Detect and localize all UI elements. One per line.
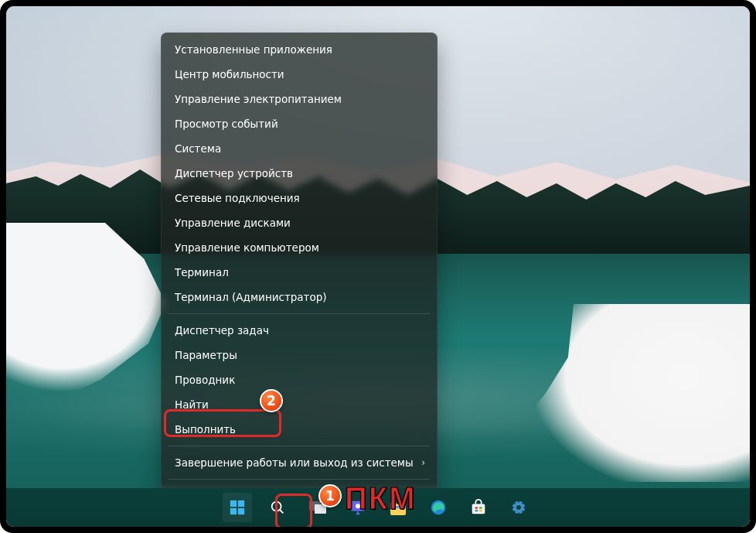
gear-icon: [510, 499, 527, 516]
menu-item-disk-management[interactable]: Управление дисками: [164, 210, 434, 235]
edge-icon: [430, 499, 447, 516]
menu-separator: [169, 446, 430, 446]
svg-line-5: [280, 510, 283, 513]
screenshot-frame: Установленные приложения Центр мобильнос…: [0, 0, 756, 533]
menu-item-run[interactable]: Выполнить: [164, 417, 434, 442]
menu-item-settings[interactable]: Параметры: [164, 343, 434, 367]
svg-rect-0: [230, 501, 237, 507]
menu-item-search[interactable]: Найти: [164, 392, 434, 417]
menu-item-shutdown-signout[interactable]: Завершение работы или выход из системы ›: [164, 450, 434, 475]
menu-item-task-manager[interactable]: Диспетчер задач: [164, 318, 434, 343]
menu-item-installed-apps[interactable]: Установленные приложения: [164, 37, 434, 62]
chevron-right-icon: ›: [421, 457, 425, 468]
menu-item-network-connections[interactable]: Сетевые подключения: [164, 186, 434, 210]
chat-icon: [349, 499, 366, 516]
search-button[interactable]: [263, 493, 292, 522]
menu-item-system[interactable]: Система: [164, 136, 434, 161]
menu-item-device-manager[interactable]: Диспетчер устройств: [164, 161, 434, 186]
menu-label: Терминал (Администратор): [175, 291, 327, 303]
menu-label: Система: [175, 142, 221, 155]
menu-label: Управление дисками: [175, 217, 291, 229]
svg-rect-3: [238, 508, 244, 514]
menu-label: Просмотр событий: [175, 118, 278, 130]
svg-rect-10: [390, 506, 406, 508]
menu-label: Проводник: [175, 374, 235, 386]
menu-label: Выполнить: [175, 423, 236, 436]
menu-label: Диспетчер устройств: [175, 167, 293, 179]
svg-line-26: [523, 502, 525, 504]
menu-label: Параметры: [175, 349, 237, 361]
store-icon: [470, 499, 487, 516]
svg-line-25: [513, 511, 516, 514]
menu-label: Установленные приложения: [175, 43, 332, 56]
menu-label: Найти: [175, 398, 209, 411]
desktop[interactable]: Установленные приложения Центр мобильнос…: [6, 6, 750, 527]
svg-point-18: [516, 505, 521, 510]
svg-rect-2: [230, 508, 237, 514]
menu-item-power-options[interactable]: Управление электропитанием: [164, 87, 434, 111]
svg-rect-7: [315, 504, 326, 514]
svg-point-4: [272, 502, 281, 511]
svg-rect-12: [472, 504, 485, 514]
menu-item-computer-management[interactable]: Управление компьютером: [164, 235, 434, 260]
menu-separator: [169, 313, 430, 314]
menu-label: Диспетчер задач: [175, 324, 269, 337]
menu-separator: [169, 479, 430, 480]
svg-rect-14: [479, 507, 482, 509]
svg-line-24: [523, 511, 525, 514]
task-view-button[interactable]: [303, 493, 332, 522]
menu-label: Управление компьютером: [175, 241, 319, 254]
task-view-icon: [308, 499, 327, 516]
menu-label: Терминал: [175, 266, 229, 278]
winx-context-menu: Установленные приложения Центр мобильнос…: [161, 32, 438, 513]
windows-icon: [229, 499, 246, 516]
svg-rect-13: [475, 507, 478, 509]
start-button[interactable]: [223, 493, 252, 522]
menu-item-terminal-admin[interactable]: Терминал (Администратор): [164, 285, 434, 309]
menu-label: Центр мобильности: [175, 68, 284, 80]
chat-button[interactable]: [343, 493, 373, 522]
store-button[interactable]: [464, 493, 493, 522]
folder-icon: [389, 499, 407, 516]
edge-button[interactable]: [424, 493, 453, 522]
menu-item-terminal[interactable]: Терминал: [164, 260, 434, 285]
menu-label: Завершение работы или выход из системы: [175, 456, 414, 469]
svg-point-9: [356, 504, 360, 508]
menu-label: Сетевые подключения: [175, 192, 300, 204]
settings-button[interactable]: [504, 493, 533, 522]
menu-item-event-viewer[interactable]: Просмотр событий: [164, 111, 434, 136]
svg-rect-1: [238, 501, 244, 507]
menu-item-explorer[interactable]: Проводник: [164, 367, 434, 392]
taskbar: [6, 488, 750, 527]
svg-line-23: [513, 502, 516, 504]
menu-item-mobility-center[interactable]: Центр мобильности: [164, 62, 434, 87]
menu-label: Управление электропитанием: [175, 93, 342, 105]
svg-rect-16: [479, 510, 482, 512]
search-icon: [269, 499, 286, 516]
file-explorer-button[interactable]: [383, 493, 413, 522]
svg-rect-15: [475, 510, 478, 512]
